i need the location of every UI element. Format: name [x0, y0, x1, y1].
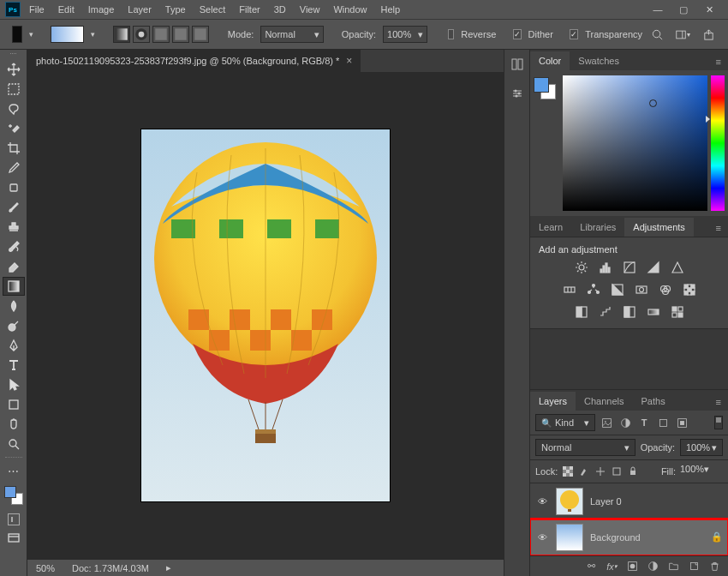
filter-pixel-icon[interactable] [599, 415, 614, 430]
search-icon[interactable] [649, 27, 665, 42]
doc-info-dropdown[interactable]: ▸ [166, 562, 171, 573]
layer-mask-icon[interactable] [626, 560, 639, 573]
screen-mode-button[interactable] [3, 529, 25, 548]
quick-select-tool[interactable] [3, 119, 25, 138]
tab-swatches[interactable]: Swatches [570, 51, 628, 70]
layer-thumbnail[interactable] [556, 524, 583, 551]
opacity-input[interactable]: 100%▾ [383, 26, 427, 43]
filter-shape-icon[interactable] [655, 415, 671, 430]
panel-menu-icon[interactable]: ≡ [709, 219, 728, 237]
share-icon[interactable] [701, 27, 716, 42]
lock-artboard-icon[interactable] [611, 465, 623, 477]
tab-channels[interactable]: Channels [576, 392, 632, 411]
type-tool[interactable] [3, 356, 25, 375]
lock-position-icon[interactable] [594, 465, 606, 477]
color-fg-bg-swatch[interactable] [530, 70, 559, 216]
invert-icon[interactable] [573, 304, 590, 320]
gradient-dropdown[interactable]: ▾ [91, 31, 95, 39]
filter-type-select[interactable]: 🔍Kind▾ [535, 414, 595, 431]
new-adjustment-layer-icon[interactable] [647, 560, 659, 573]
levels-icon[interactable] [597, 260, 614, 275]
tab-libraries[interactable]: Libraries [571, 218, 624, 237]
tool-preset-picker[interactable] [12, 26, 22, 43]
zoom-tool[interactable] [3, 435, 25, 453]
tab-adjustments[interactable]: Adjustments [624, 218, 694, 237]
channel-mixer-icon[interactable] [657, 282, 674, 297]
menu-type[interactable]: Type [158, 2, 193, 17]
healing-tool[interactable] [3, 178, 25, 197]
pen-tool[interactable] [3, 336, 25, 355]
brightness-icon[interactable] [573, 260, 590, 275]
lasso-tool[interactable] [3, 99, 25, 118]
blend-mode-select[interactable]: Normal▾ [535, 439, 636, 456]
workspace-icon[interactable]: ▾ [675, 27, 690, 42]
close-tab-icon[interactable]: × [346, 55, 352, 67]
filter-type-icon[interactable]: T [636, 415, 652, 430]
hue-icon[interactable] [561, 282, 578, 297]
history-panel-icon[interactable] [508, 55, 527, 74]
color-field[interactable] [563, 75, 707, 211]
lock-transparency-icon[interactable] [562, 465, 574, 477]
panel-menu-icon[interactable]: ≡ [709, 393, 728, 411]
gradient-map-icon[interactable] [645, 304, 662, 320]
angle-gradient-button[interactable] [152, 26, 170, 43]
dither-checkbox[interactable] [513, 29, 522, 39]
zoom-level[interactable]: 50% [36, 563, 55, 573]
transparency-checkbox[interactable] [570, 29, 578, 39]
brush-tool[interactable] [3, 198, 25, 217]
panel-menu-icon[interactable]: ≡ [709, 53, 728, 70]
layer-fx-icon[interactable]: fx▾ [606, 560, 618, 573]
color-swatches[interactable] [3, 484, 25, 507]
hand-tool[interactable] [3, 415, 25, 434]
vibrance-icon[interactable] [669, 260, 686, 275]
visibility-icon[interactable]: 👁 [535, 496, 549, 507]
canvas[interactable] [141, 129, 390, 501]
stamp-tool[interactable] [3, 218, 25, 237]
tab-color[interactable]: Color [530, 51, 570, 70]
tool-preset-dropdown[interactable]: ▾ [29, 31, 33, 39]
menu-view[interactable]: View [293, 2, 327, 17]
menu-3d[interactable]: 3D [267, 2, 293, 17]
maximize-button[interactable]: ▢ [677, 3, 690, 15]
shape-tool[interactable] [3, 395, 25, 414]
filter-adjustment-icon[interactable] [618, 415, 633, 430]
menu-window[interactable]: Window [326, 2, 373, 17]
menu-file[interactable]: File [22, 2, 51, 17]
curves-icon[interactable] [621, 260, 638, 275]
eyedropper-tool[interactable] [3, 159, 25, 177]
lock-image-icon[interactable] [578, 465, 590, 477]
layer-opacity-input[interactable]: 100%▾ [680, 439, 723, 456]
color-balance-icon[interactable] [585, 282, 602, 297]
hue-slider[interactable] [711, 75, 725, 211]
document-tab[interactable]: photo-1502119095323-253837f293f9.jpg @ 5… [27, 50, 361, 72]
doc-info[interactable]: Doc: 1.73M/4.03M [72, 563, 149, 573]
threshold-icon[interactable] [621, 304, 638, 320]
layer-thumbnail[interactable] [556, 488, 583, 515]
filter-smart-icon[interactable] [674, 415, 689, 430]
blend-mode-select[interactable]: Normal▾ [260, 26, 324, 43]
quick-mask-button[interactable] [3, 511, 25, 528]
filter-toggle[interactable] [714, 416, 723, 429]
canvas-viewport[interactable] [27, 72, 504, 559]
tab-paths[interactable]: Paths [633, 392, 674, 411]
path-select-tool[interactable] [3, 375, 25, 394]
linear-gradient-button[interactable] [113, 26, 130, 43]
move-tool[interactable] [3, 60, 25, 79]
bw-icon[interactable] [609, 282, 626, 297]
gradient-tool[interactable] [3, 277, 25, 296]
layer-row[interactable]: 👁 Background 🔒 [530, 519, 728, 555]
minimize-button[interactable]: — [651, 3, 665, 15]
blur-tool[interactable] [3, 297, 25, 315]
tab-learn[interactable]: Learn [530, 218, 571, 237]
layer-row[interactable]: 👁 Layer 0 [530, 483, 728, 519]
lock-all-icon[interactable] [627, 465, 639, 477]
menu-edit[interactable]: Edit [51, 2, 81, 17]
edit-toolbar-button[interactable]: ⋯ [3, 461, 25, 480]
history-brush-tool[interactable] [3, 237, 25, 256]
layer-fill-input[interactable]: 100%▾ [680, 464, 723, 479]
close-button[interactable]: ✕ [702, 3, 716, 15]
radial-gradient-button[interactable] [133, 26, 150, 43]
tab-layers[interactable]: Layers [530, 392, 576, 411]
new-layer-icon[interactable] [688, 560, 701, 573]
menu-help[interactable]: Help [374, 2, 408, 17]
